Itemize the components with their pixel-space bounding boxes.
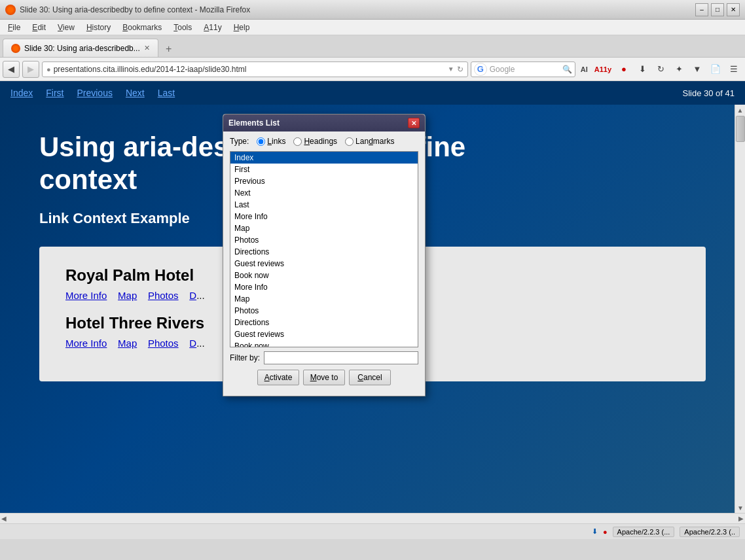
menu-a11y[interactable]: A11y — [198, 22, 227, 33]
horizontal-scrollbar[interactable]: ◀ ▶ — [0, 513, 745, 523]
tab-close-button[interactable]: ✕ — [144, 44, 150, 52]
hotel1-link-moreinfo[interactable]: More Info — [65, 290, 107, 301]
status-icon-circle: ● — [603, 528, 608, 536]
browser-tab[interactable]: Slide 30: Using aria-describedb... ✕ — [3, 39, 158, 57]
address-dropdown-icon[interactable]: ▼ — [448, 65, 454, 73]
toolbar-download-icon[interactable]: ⬇ — [634, 61, 651, 78]
toolbar-ai-button[interactable]: AI — [578, 64, 591, 75]
list-item-9[interactable]: Guest reviews — [230, 258, 418, 270]
hotel2-link-photos[interactable]: Photos — [148, 338, 179, 349]
list-item-10[interactable]: Book now — [230, 270, 418, 281]
addressbar: ◀ ▶ ● presentations.cita.illinois.edu/20… — [0, 58, 745, 81]
radio-landmarks[interactable]: Landmarks — [345, 137, 394, 146]
radio-links[interactable]: Links — [257, 137, 285, 146]
statusbar: ⬇ ● Apache/2.2.3 (... Apache/2.2.3 (.. — [0, 523, 745, 539]
filter-input[interactable] — [264, 351, 418, 364]
hotel1-link-map[interactable]: Map — [118, 290, 137, 301]
refresh-icon[interactable]: ↻ — [457, 65, 463, 74]
url-text: presentations.cita.illinois.edu/2014-12-… — [54, 65, 247, 74]
search-icon[interactable]: 🔍 — [562, 65, 572, 74]
vertical-scrollbar[interactable]: ▲ ▼ — [735, 105, 745, 513]
toolbar-bookmark-icon[interactable]: 📄 — [707, 61, 724, 78]
hotel2-link-map[interactable]: Map — [118, 338, 137, 349]
list-item-15[interactable]: Guest reviews — [230, 328, 418, 340]
type-label: Type: — [230, 137, 249, 146]
nav-last[interactable]: Last — [158, 88, 175, 98]
hotel1-link-directions[interactable]: D — [189, 290, 196, 301]
address-lock-icon: ● — [46, 65, 51, 73]
scroll-up-button[interactable]: ▲ — [735, 105, 745, 115]
tabbar: Slide 30: Using aria-describedb... ✕ + — [0, 35, 745, 58]
page-nav-bar: Index First Previous Next Last Slide 30 … — [0, 81, 745, 105]
list-item-8[interactable]: Directions — [230, 246, 418, 258]
menu-view[interactable]: View — [52, 22, 80, 33]
nav-first[interactable]: First — [46, 88, 64, 98]
toolbar-star-icon[interactable]: ✦ — [670, 61, 687, 78]
hotel2-link-moreinfo[interactable]: More Info — [65, 338, 107, 349]
nav-previous[interactable]: Previous — [77, 88, 112, 98]
dialog-body: Type: Links Headings Landmarks — [223, 131, 425, 396]
radio-links-label: Links — [267, 137, 285, 146]
menu-edit[interactable]: Edit — [27, 22, 51, 33]
activate-button[interactable]: Activate — [257, 370, 299, 385]
list-item-11[interactable]: More Info — [230, 281, 418, 293]
menu-help[interactable]: Help — [228, 22, 255, 33]
list-item-7[interactable]: Photos — [230, 234, 418, 246]
list-item-5[interactable]: More Info — [230, 211, 418, 222]
radio-headings-input[interactable] — [293, 137, 302, 146]
minimize-button[interactable]: – — [695, 3, 708, 16]
forward-button[interactable]: ▶ — [22, 61, 39, 78]
menu-file[interactable]: File — [3, 22, 26, 33]
dialog-buttons: Activate Move to Cancel — [230, 370, 418, 391]
hotel2-link-directions[interactable]: D — [189, 338, 196, 349]
list-item-16[interactable]: Book now — [230, 340, 418, 347]
slide-info: Slide 30 of 41 — [682, 88, 735, 98]
menu-bookmarks[interactable]: Bookmarks — [117, 22, 167, 33]
menu-tools[interactable]: Tools — [168, 22, 197, 33]
elements-listbox[interactable]: IndexFirstPreviousNextLastMore InfoMapPh… — [230, 151, 418, 347]
close-window-button[interactable]: ✕ — [727, 3, 740, 16]
list-item-13[interactable]: Photos — [230, 305, 418, 317]
nav-next[interactable]: Next — [126, 88, 145, 98]
radio-links-input[interactable] — [257, 137, 265, 146]
maximize-button[interactable]: □ — [711, 3, 724, 16]
nav-index[interactable]: Index — [10, 88, 33, 98]
window-title: Slide 30: Using aria-describedby to defi… — [5, 5, 250, 15]
radio-headings-label: Headings — [304, 137, 337, 146]
radio-landmarks-input[interactable] — [345, 137, 354, 146]
cancel-button[interactable]: Cancel — [349, 370, 391, 385]
toolbar-refresh2-icon[interactable]: ↻ — [652, 61, 669, 78]
back-button[interactable]: ◀ — [3, 61, 20, 78]
toolbar-stop-icon[interactable]: ● — [615, 61, 632, 78]
menu-history[interactable]: History — [81, 22, 116, 33]
search-placeholder: Google — [487, 65, 562, 74]
toolbar-more-icon[interactable]: ▼ — [689, 61, 706, 78]
toolbar-icons: AI A11y ● ⬇ ↻ ✦ ▼ 📄 ☰ — [578, 61, 742, 78]
filter-label: Filter by: — [230, 353, 260, 362]
move-to-button[interactable]: Move to — [303, 370, 345, 385]
list-item-6[interactable]: Map — [230, 222, 418, 234]
scroll-right-button[interactable]: ▶ — [737, 515, 745, 522]
toolbar-menu-icon[interactable]: ☰ — [725, 61, 742, 78]
radio-landmarks-label: Landmarks — [355, 137, 394, 146]
list-item-14[interactable]: Directions — [230, 317, 418, 328]
list-item-2[interactable]: Previous — [230, 175, 418, 187]
list-item-0[interactable]: Index — [230, 152, 418, 164]
list-item-1[interactable]: First — [230, 164, 418, 175]
window-titlebar: Slide 30: Using aria-describedby to defi… — [0, 0, 745, 20]
scroll-left-button[interactable]: ◀ — [0, 515, 8, 522]
hotel1-link-photos[interactable]: Photos — [148, 290, 179, 301]
dialog-close-button[interactable]: ✕ — [408, 118, 420, 128]
type-radio-group: Links Headings Landmarks — [257, 137, 394, 146]
scrollbar-thumb[interactable] — [736, 116, 745, 142]
new-tab-button[interactable]: + — [161, 41, 177, 57]
scroll-down-button[interactable]: ▼ — [735, 502, 745, 513]
list-item-3[interactable]: Next — [230, 187, 418, 199]
radio-headings[interactable]: Headings — [293, 137, 337, 146]
status-text-1: Apache/2.2.3 (... — [617, 528, 670, 536]
toolbar-a11y-button[interactable]: A11y — [592, 64, 614, 75]
address-box[interactable]: ● presentations.cita.illinois.edu/2014-1… — [42, 61, 468, 77]
list-item-4[interactable]: Last — [230, 199, 418, 211]
search-box[interactable]: G Google 🔍 — [471, 61, 575, 77]
list-item-12[interactable]: Map — [230, 293, 418, 305]
